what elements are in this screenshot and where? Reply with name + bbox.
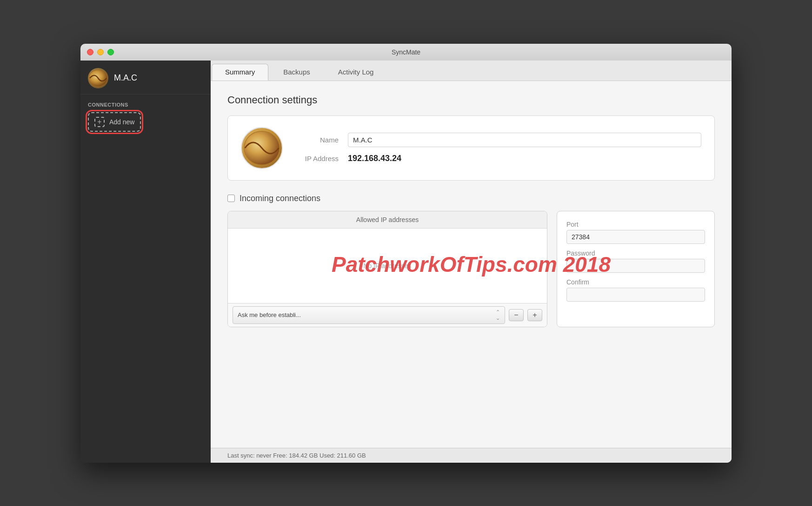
tab-summary[interactable]: Summary xyxy=(212,64,268,81)
tab-backups[interactable]: Backups xyxy=(270,64,323,81)
connection-fields: Name IP Address 192.168.43.24 xyxy=(301,133,701,163)
plus-icon: + xyxy=(94,117,105,127)
traffic-lights xyxy=(87,49,114,55)
connection-card: Name IP Address 192.168.43.24 xyxy=(227,115,715,181)
connections-section: CONNECTIONS + Add new xyxy=(80,94,211,139)
ip-panel: Allowed IP addresses No IP addresses Ask… xyxy=(227,211,547,327)
incoming-header: Incoming connections xyxy=(227,194,715,203)
tab-activity-log[interactable]: Activity Log xyxy=(325,64,387,81)
name-label: Name xyxy=(301,136,339,144)
name-row: Name xyxy=(301,133,701,147)
connection-settings-title: Connection settings xyxy=(227,94,715,106)
incoming-section: Incoming connections Allowed IP addresse… xyxy=(227,194,715,327)
dropdown-chevron-icon: ⌃⌄ xyxy=(496,309,500,321)
port-group: Port xyxy=(566,221,705,244)
right-fields-panel: Port Password Confirm xyxy=(557,211,715,327)
add-new-button[interactable]: + Add new xyxy=(88,112,141,132)
incoming-title: Incoming connections xyxy=(240,194,320,203)
connection-avatar xyxy=(241,127,283,169)
avatar xyxy=(88,68,108,88)
ip-dropdown[interactable]: Ask me before establi... ⌃⌄ xyxy=(233,306,505,324)
ip-panel-body: No IP addresses xyxy=(228,229,547,303)
ip-address-row: IP Address 192.168.43.24 xyxy=(301,154,701,163)
sidebar-header: M.A.C xyxy=(80,61,211,94)
title-bar: SyncMate xyxy=(80,44,732,61)
name-input[interactable] xyxy=(348,133,701,147)
incoming-panels: Allowed IP addresses No IP addresses Ask… xyxy=(227,211,715,327)
port-input[interactable] xyxy=(566,230,705,244)
confirm-group: Confirm xyxy=(566,278,705,302)
confirm-label: Confirm xyxy=(566,278,705,286)
main-content: M.A.C CONNECTIONS + Add new Summary Back… xyxy=(80,61,732,463)
port-label: Port xyxy=(566,221,705,228)
ip-address-label: IP Address xyxy=(301,155,339,162)
status-bar: Last sync: never Free: 184.42 GB Used: 2… xyxy=(211,448,732,463)
password-input[interactable] xyxy=(566,259,705,273)
ip-address-value: 192.168.43.24 xyxy=(348,154,401,163)
confirm-input[interactable] xyxy=(566,288,705,302)
incoming-checkbox[interactable] xyxy=(227,195,235,202)
status-text: Last sync: never Free: 184.42 GB Used: 2… xyxy=(227,452,366,459)
ip-panel-footer: Ask me before establi... ⌃⌄ − + xyxy=(228,303,547,327)
close-button[interactable] xyxy=(87,49,93,55)
maximize-button[interactable] xyxy=(107,49,114,55)
connections-label: CONNECTIONS xyxy=(88,102,203,108)
no-ip-text: No IP addresses xyxy=(363,262,411,270)
sidebar-user-name: M.A.C xyxy=(114,73,137,83)
window-title: SyncMate xyxy=(392,48,420,56)
password-label: Password xyxy=(566,250,705,257)
tab-bar: Summary Backups Activity Log xyxy=(211,61,732,81)
remove-ip-button[interactable]: − xyxy=(509,309,524,321)
right-panel: Summary Backups Activity Log PatchworkOf… xyxy=(211,61,732,463)
panel-content: PatchworkOfTips.com 2018 Connection sett… xyxy=(211,81,732,448)
add-new-label: Add new xyxy=(109,118,134,126)
add-ip-button[interactable]: + xyxy=(527,309,542,321)
minimize-button[interactable] xyxy=(97,49,104,55)
allowed-ip-header: Allowed IP addresses xyxy=(228,211,547,229)
sidebar: M.A.C CONNECTIONS + Add new xyxy=(80,61,211,463)
password-group: Password xyxy=(566,250,705,273)
